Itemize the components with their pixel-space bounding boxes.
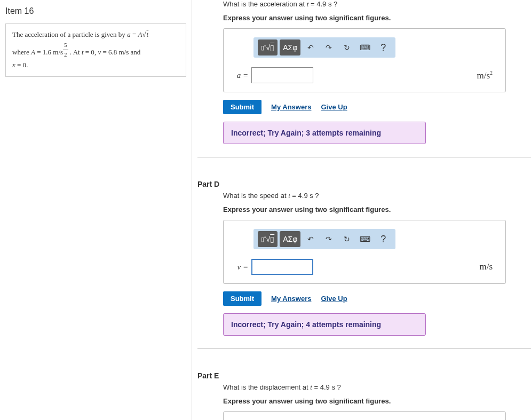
give-up-link[interactable]: Give Up [321, 295, 347, 303]
question-text: What is the acceleration at t = 4.9 s ? [223, 0, 520, 9]
prompt-text: . At [68, 48, 82, 56]
give-up-link[interactable]: Give Up [321, 103, 347, 111]
equation-sqrt-t: t [146, 30, 149, 38]
answer-row: v = m/s [233, 259, 496, 275]
answer-input[interactable] [251, 259, 313, 275]
right-panel: What is the acceleration at t = 4.9 s ? … [192, 0, 531, 420]
const-A-value: = 1.6 [35, 48, 53, 56]
t0: t [82, 48, 84, 56]
answer-input[interactable] [251, 67, 313, 83]
reset-button[interactable]: ↻ [339, 39, 355, 56]
part-e: Part E What is the displacement at t = 4… [197, 371, 531, 420]
left-panel: Item 16 The acceleration of a particle i… [0, 0, 192, 420]
fraction-exponent: 52 [63, 41, 68, 60]
question-text: What is the speed at t = 4.9 s ? [223, 192, 520, 200]
greek-button[interactable]: ΑΣφ [280, 39, 300, 56]
templates-button[interactable]: ▯▫√▯ [258, 231, 278, 247]
prompt-text: where [12, 48, 31, 56]
part-label: Part D [197, 180, 531, 188]
equation-toolbar: ▯▫√▯ ΑΣφ ↶ ↷ ↻ ⌨ ? [253, 37, 395, 58]
instruction-text: Express your answer using two significan… [223, 397, 520, 405]
problem-statement: The acceleration of a particle is given … [5, 23, 186, 77]
redo-button[interactable]: ↷ [321, 231, 337, 247]
submit-button[interactable]: Submit [223, 100, 261, 114]
greek-button[interactable]: ΑΣφ [280, 231, 300, 247]
instruction-text: Express your answer using two significan… [223, 205, 520, 213]
reset-button[interactable]: ↻ [339, 231, 355, 247]
prompt-text: The acceleration of a particle is given … [12, 30, 127, 38]
part-c: What is the acceleration at t = 4.9 s ? … [197, 0, 531, 176]
divider [197, 348, 531, 349]
actions-row: Submit My Answers Give Up [223, 291, 520, 306]
variable-label: v = [233, 263, 248, 272]
feedback-box: Incorrect; Try Again; 3 attempts remaini… [223, 122, 426, 144]
answer-panel: ▯▫√▯ ΑΣφ ↶ ↷ ↻ ⌨ ? x = m [223, 411, 506, 420]
answer-row: a = m/s2 [233, 67, 496, 83]
prompt-text: . [26, 61, 28, 69]
keyboard-button[interactable]: ⌨ [357, 231, 373, 247]
const-A-units: m/s [53, 48, 63, 56]
v0-v: v [98, 48, 101, 56]
units-label: m/s [479, 261, 496, 272]
help-button[interactable]: ? [375, 231, 391, 247]
instruction-text: Express your answer using two significan… [223, 14, 520, 22]
variable-label: a = [233, 71, 248, 80]
x0-x: x [12, 61, 15, 69]
units-label: m/s2 [477, 70, 496, 81]
divider [197, 157, 531, 157]
feedback-box: Incorrect; Try Again; 4 attempts remaini… [223, 313, 426, 336]
answer-panel: ▯▫√▯ ΑΣφ ↶ ↷ ↻ ⌨ ? v = m/s [223, 220, 506, 284]
undo-button[interactable]: ↶ [303, 231, 319, 247]
actions-row: Submit My Answers Give Up [223, 100, 520, 114]
submit-button[interactable]: Submit [223, 291, 261, 306]
question-text: What is the displacement at t = 4.9 s ? [223, 383, 520, 392]
prompt-text: and [129, 48, 140, 56]
item-title: Item 16 [5, 6, 186, 16]
my-answers-link[interactable]: My Answers [271, 295, 311, 303]
keyboard-button[interactable]: ⌨ [357, 39, 373, 56]
answer-panel: ▯▫√▯ ΑΣφ ↶ ↷ ↻ ⌨ ? a = m/s2 [223, 28, 506, 92]
templates-button[interactable]: ▯▫√▯ [258, 39, 278, 56]
part-label: Part E [197, 371, 531, 380]
equation-a: a [127, 30, 131, 38]
my-answers-link[interactable]: My Answers [271, 103, 311, 111]
help-button[interactable]: ? [375, 39, 391, 56]
equation-toolbar: ▯▫√▯ ΑΣφ ↶ ↷ ↻ ⌨ ? [253, 229, 395, 249]
redo-button[interactable]: ↷ [321, 39, 337, 56]
equation-A: A [138, 30, 142, 38]
const-A: A [31, 48, 35, 56]
part-d: Part D What is the speed at t = 4.9 s ? … [197, 180, 531, 367]
undo-button[interactable]: ↶ [303, 39, 319, 56]
